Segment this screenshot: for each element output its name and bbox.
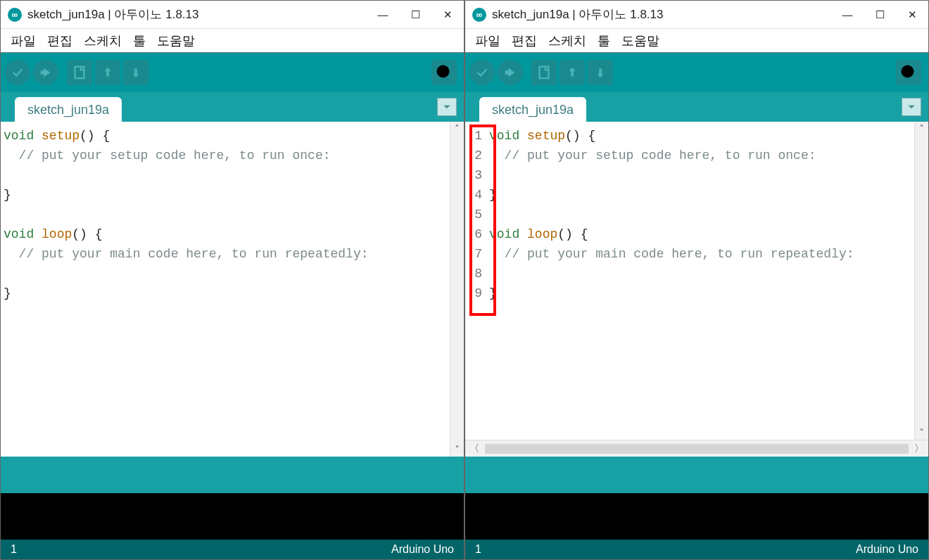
message-area: [465, 457, 928, 493]
scroll-up-icon[interactable]: ˄: [919, 122, 924, 136]
svg-rect-3: [540, 67, 549, 79]
svg-line-5: [912, 76, 918, 82]
verify-button[interactable]: [5, 60, 30, 85]
arduino-window-right: ∞ sketch_jun19a | 아두이노 1.8.13 — ☐ ✕ 파일 편…: [464, 0, 929, 560]
scroll-up-icon[interactable]: ˄: [455, 122, 460, 136]
editor-area: 123456789 void setup() { // put your set…: [465, 122, 928, 457]
save-button[interactable]: [123, 60, 148, 85]
close-button[interactable]: ✕: [896, 4, 928, 26]
horizontal-scrollbar[interactable]: 〈 〉: [465, 440, 928, 457]
save-button[interactable]: [588, 60, 613, 85]
status-bar: 1 Arduino Uno: [465, 540, 928, 559]
code-editor[interactable]: void setup() { // put your setup code he…: [486, 122, 914, 440]
new-button[interactable]: [67, 60, 92, 85]
maximize-button[interactable]: ☐: [864, 4, 896, 26]
upload-button[interactable]: [498, 60, 523, 85]
console-output[interactable]: [1, 493, 464, 540]
title-bar[interactable]: ∞ sketch_jun19a | 아두이노 1.8.13 — ☐ ✕: [1, 1, 464, 29]
vertical-scrollbar[interactable]: ˄ ˅: [450, 122, 464, 457]
editor-area: void setup() { // put your setup code he…: [1, 122, 464, 457]
svg-point-4: [902, 65, 914, 78]
open-button[interactable]: [560, 60, 585, 85]
arduino-app-icon: ∞: [472, 8, 486, 22]
scroll-left-icon[interactable]: 〈: [465, 443, 484, 455]
menu-edit[interactable]: 편집: [43, 32, 77, 49]
status-line-number: 1: [475, 543, 481, 556]
vertical-scrollbar[interactable]: ˄ ˅: [914, 122, 928, 440]
scroll-down-icon[interactable]: ˅: [455, 443, 460, 457]
arduino-window-left: ∞ sketch_jun19a | 아두이노 1.8.13 — ☐ ✕ 파일 편…: [0, 0, 464, 560]
console-output[interactable]: [465, 493, 928, 540]
close-button[interactable]: ✕: [431, 4, 464, 26]
menu-bar: 파일 편집 스케치 툴 도움말: [1, 29, 464, 53]
svg-point-1: [437, 65, 450, 78]
scroll-track[interactable]: [485, 444, 909, 454]
editor-tab[interactable]: sketch_jun19a: [479, 97, 586, 122]
toolbar: [1, 53, 464, 92]
menu-file[interactable]: 파일: [471, 32, 505, 49]
arduino-app-icon: ∞: [8, 8, 22, 22]
scroll-right-icon[interactable]: 〉: [910, 443, 928, 455]
menu-sketch[interactable]: 스케치: [80, 32, 126, 49]
window-title: sketch_jun19a | 아두이노 1.8.13: [492, 6, 831, 23]
serial-monitor-button[interactable]: [896, 60, 921, 85]
tab-strip: sketch_jun19a: [1, 92, 464, 122]
menu-file[interactable]: 파일: [6, 32, 40, 49]
menu-tools[interactable]: 툴: [593, 32, 614, 49]
new-button[interactable]: [531, 60, 557, 85]
verify-button[interactable]: [469, 60, 495, 85]
menu-tools[interactable]: 툴: [129, 32, 150, 49]
code-editor[interactable]: void setup() { // put your setup code he…: [1, 122, 450, 457]
menu-sketch[interactable]: 스케치: [544, 32, 590, 49]
window-title: sketch_jun19a | 아두이노 1.8.13: [27, 6, 367, 23]
svg-rect-0: [75, 67, 84, 79]
status-board: Arduino Uno: [391, 543, 454, 556]
upload-button[interactable]: [33, 60, 58, 85]
tab-dropdown-button[interactable]: [437, 98, 457, 116]
minimize-button[interactable]: —: [831, 4, 864, 26]
status-board: Arduino Uno: [856, 543, 918, 556]
menu-bar: 파일 편집 스케치 툴 도움말: [465, 29, 928, 53]
serial-monitor-button[interactable]: [431, 60, 457, 85]
message-area: [1, 457, 464, 493]
status-line-number: 1: [11, 543, 17, 556]
tab-strip: sketch_jun19a: [465, 92, 928, 122]
menu-edit[interactable]: 편집: [507, 32, 541, 49]
status-bar: 1 Arduino Uno: [1, 540, 464, 559]
line-number-gutter: 123456789: [465, 122, 486, 440]
toolbar: [465, 53, 928, 92]
title-bar[interactable]: ∞ sketch_jun19a | 아두이노 1.8.13 — ☐ ✕: [465, 1, 928, 29]
menu-help[interactable]: 도움말: [153, 32, 199, 49]
open-button[interactable]: [95, 60, 120, 85]
maximize-button[interactable]: ☐: [399, 4, 431, 26]
scroll-down-icon[interactable]: ˅: [919, 426, 924, 440]
tab-dropdown-button[interactable]: [902, 98, 921, 116]
minimize-button[interactable]: —: [367, 4, 399, 26]
editor-tab[interactable]: sketch_jun19a: [15, 97, 122, 122]
svg-line-2: [448, 76, 453, 82]
menu-help[interactable]: 도움말: [617, 32, 664, 49]
